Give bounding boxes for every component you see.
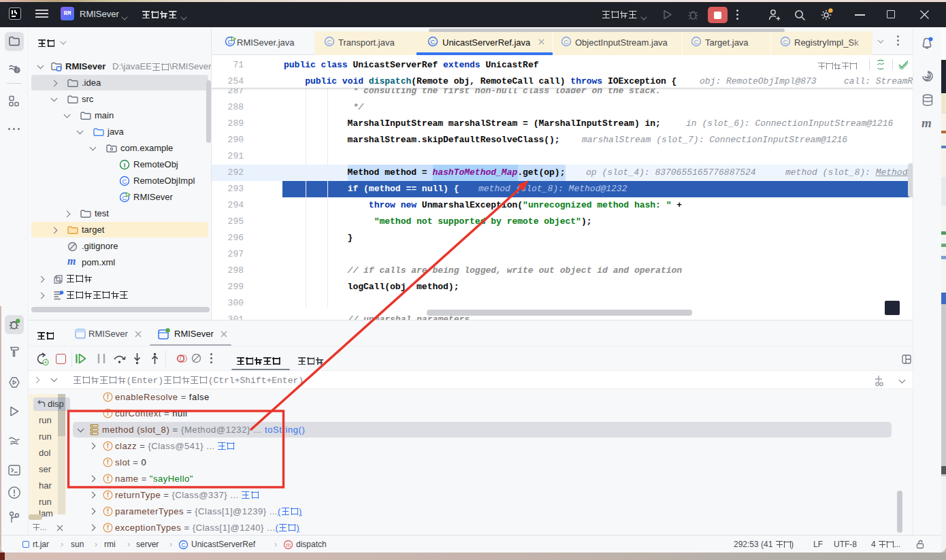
svg-text:f: f <box>107 491 109 499</box>
svg-text:C: C <box>564 38 569 46</box>
svg-text:C: C <box>181 542 185 548</box>
svg-text:f: f <box>107 475 109 482</box>
svg-text:f: f <box>107 524 109 531</box>
svg-text:?: ? <box>15 67 18 73</box>
svg-text:I: I <box>124 161 126 169</box>
svg-text:C: C <box>694 38 699 46</box>
svg-text:C: C <box>783 38 788 46</box>
svg-text:C: C <box>327 38 332 46</box>
svg-text:C: C <box>431 38 436 46</box>
svg-text:f: f <box>107 442 109 450</box>
svg-text:f: f <box>107 410 109 417</box>
svg-text:f: f <box>107 508 109 515</box>
svg-text:f: f <box>107 459 109 466</box>
svg-text:C: C <box>123 178 127 185</box>
svg-text:m: m <box>286 542 291 548</box>
svg-text:f: f <box>107 393 109 401</box>
